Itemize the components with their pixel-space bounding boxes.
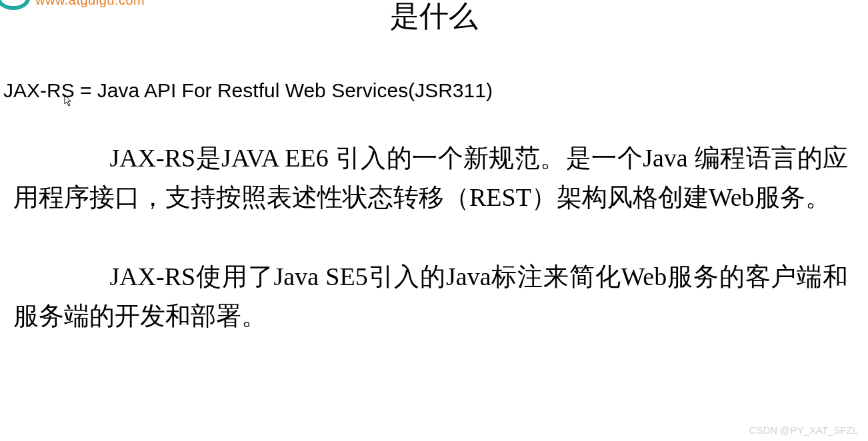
logo-url: www.atguigu.com (35, 0, 145, 8)
logo-icon (0, 0, 30, 10)
paragraph-1: JAX-RS是JAVA EE6 引入的一个新规范。是一个Java 编程语言的应用… (13, 139, 848, 217)
paragraph-2: JAX-RS使用了Java SE5引入的Java标注来简化Web服务的客户端和服… (13, 257, 848, 336)
watermark: CSDN @PY_XAT_SFZL (749, 424, 858, 436)
logo-area: www.atguigu.com (0, 0, 145, 10)
cursor-icon (63, 93, 74, 110)
subtitle: JAX-RS = Java API For Restful Web Servic… (3, 79, 868, 102)
